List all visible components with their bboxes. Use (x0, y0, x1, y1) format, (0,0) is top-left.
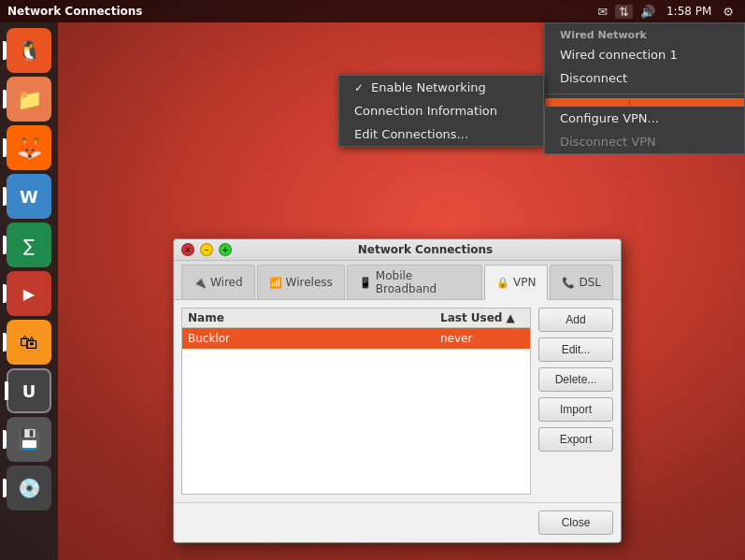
vpn-tab-label: VPN (513, 276, 536, 289)
writer-icon: W (20, 187, 38, 207)
dialog-titlebar: × – + Network Connections (174, 239, 621, 261)
top-panel: Network Connections ✉ ⇅ 🔊 1:58 PM ⚙ (0, 0, 745, 22)
minimize-button[interactable]: – (200, 243, 213, 256)
dialog-side-buttons: Add Edit... Delete... Import Export (538, 308, 613, 495)
launcher-icon-ubuntu[interactable]: 🐧 (7, 28, 51, 73)
network-icon[interactable]: ⇅ (615, 5, 633, 19)
panel-title: Network Connections (0, 5, 143, 18)
impress-icon: ▶ (23, 285, 35, 303)
launcher-icon-files[interactable]: 📁 (7, 77, 51, 122)
minimize-icon: – (205, 245, 209, 254)
panel-time: 1:58 PM (663, 5, 715, 18)
firefox-icon: 🦊 (17, 136, 42, 160)
wireless-tab-label: Wireless (286, 276, 333, 289)
connection-information-item[interactable]: Connection Information (339, 99, 543, 122)
wired-network-header: Wired Network (545, 23, 744, 43)
tab-bar: 🔌 Wired 📶 Wireless 📱 Mobile Broadband 🔒 … (174, 261, 621, 300)
enable-networking-item[interactable]: Enable Networking (339, 76, 543, 99)
dvd-icon: 💿 (18, 477, 41, 499)
ubuntu-icon: 🐧 (18, 39, 41, 62)
usb-icon: 💾 (18, 428, 41, 451)
calc-icon: ∑ (23, 236, 35, 255)
table-row[interactable]: Bucklor never (182, 328, 530, 349)
row-last-used: never (440, 332, 524, 345)
tab-vpn[interactable]: 🔒 VPN (484, 265, 548, 300)
configure-vpn-item[interactable]: Configure VPN... (545, 107, 744, 130)
wired-connection-item[interactable]: Wired connection 1 (545, 43, 744, 66)
col-last-used-header[interactable]: Last Used ▲ (440, 311, 524, 324)
panel-right: ✉ ⇅ 🔊 1:58 PM ⚙ (594, 5, 745, 19)
launcher-icon-writer[interactable]: W (7, 174, 51, 219)
row-name: Bucklor (188, 332, 440, 345)
envelope-icon[interactable]: ✉ (594, 5, 611, 19)
ubuntu-one-icon: U (22, 381, 36, 401)
launcher-icon-usb[interactable]: 💾 (7, 417, 51, 462)
network-connections-dialog: × – + Network Connections 🔌 Wired 📶 Wire… (173, 238, 622, 543)
dsl-tab-icon: 📞 (562, 277, 575, 289)
software-icon: 🛍 (20, 331, 38, 353)
disconnect-vpn-item: Disconnect VPN (545, 130, 744, 153)
dialog-content: Name Last Used ▲ Bucklor never Add Edit.… (174, 300, 621, 502)
add-button[interactable]: Add (538, 308, 613, 332)
files-icon: 📁 (17, 88, 42, 111)
dialog-title: Network Connections (237, 243, 613, 256)
enable-networking-label: Enable Networking (371, 80, 486, 94)
wired-tab-label: Wired (210, 276, 243, 289)
separator-1 (545, 93, 744, 94)
vpn-config-area: Configure VPN... Disconnect VPN (544, 107, 745, 154)
wireless-tab-icon: 📶 (269, 277, 282, 289)
import-button[interactable]: Import (538, 397, 613, 422)
tab-wireless[interactable]: 📶 Wireless (257, 265, 345, 299)
tab-wired[interactable]: 🔌 Wired (181, 265, 255, 299)
edit-button[interactable]: Edit... (538, 337, 613, 362)
close-window-button[interactable]: × (181, 243, 194, 256)
dialog-footer: Close (174, 502, 621, 542)
settings-icon[interactable]: ⚙ (719, 5, 738, 19)
export-button[interactable]: Export (538, 427, 613, 452)
tab-mobile-broadband[interactable]: 📱 Mobile Broadband (347, 265, 482, 299)
close-button[interactable]: Close (538, 510, 613, 535)
list-header: Name Last Used ▲ (182, 309, 530, 328)
vpn-submenu: Enable Networking Connection Information… (338, 75, 544, 147)
maximize-icon: + (222, 245, 229, 254)
tab-dsl[interactable]: 📞 DSL (550, 265, 613, 299)
mobile-tab-icon: 📱 (359, 277, 372, 289)
maximize-button[interactable]: + (219, 243, 232, 256)
launcher-icon-dvd[interactable]: 💿 (7, 466, 51, 510)
col-name-header: Name (188, 311, 440, 324)
mobile-tab-label: Mobile Broadband (376, 269, 470, 295)
launcher-icon-ubuntu-one[interactable]: U (7, 368, 51, 413)
volume-icon[interactable]: 🔊 (637, 5, 659, 19)
wired-tab-icon: 🔌 (193, 277, 207, 289)
delete-button[interactable]: Delete... (538, 367, 613, 392)
launcher-icon-impress[interactable]: ▶ (7, 271, 51, 316)
launcher-icon-software[interactable]: 🛍 (7, 320, 51, 365)
connection-list: Name Last Used ▲ Bucklor never (181, 308, 531, 495)
edit-connections-item[interactable]: Edit Connections... (339, 122, 543, 146)
dsl-tab-label: DSL (579, 276, 601, 289)
close-icon: × (184, 245, 192, 254)
vpn-tab-icon: 🔒 (496, 277, 509, 289)
launcher-icon-firefox[interactable]: 🦊 (7, 125, 51, 170)
launcher: 🐧 📁 🦊 W ∑ ▶ 🛍 U 💾 💿 (0, 22, 58, 560)
launcher-icon-calc[interactable]: ∑ (7, 223, 51, 267)
disconnect-item[interactable]: Disconnect (545, 66, 744, 90)
